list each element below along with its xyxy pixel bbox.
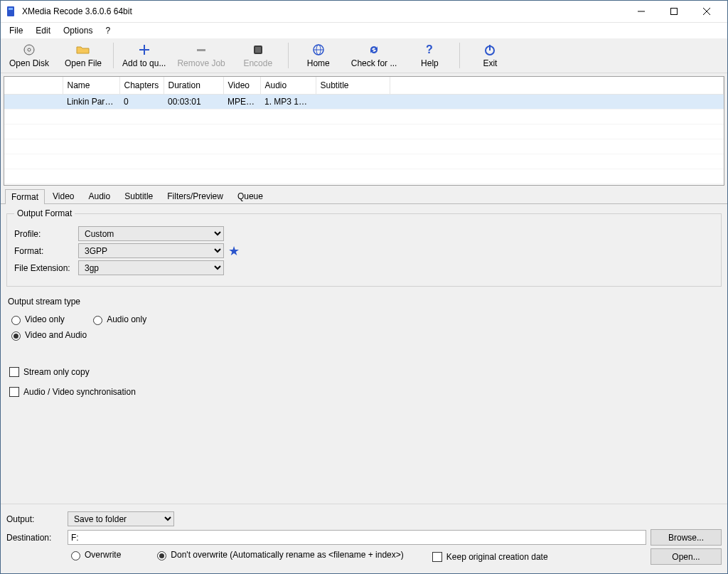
check-updates-button[interactable]: Check for ... bbox=[346, 38, 403, 73]
output-mode-select[interactable]: Save to folder bbox=[68, 511, 174, 526]
cell-chapters: 0 bbox=[119, 95, 164, 110]
output-bar: Output: Save to folder Destination: Brow… bbox=[1, 504, 727, 573]
film-icon bbox=[252, 43, 264, 57]
radio-video-and-audio[interactable]: Video and Audio bbox=[8, 329, 87, 341]
svg-rect-1 bbox=[9, 8, 13, 10]
encode-button: Encode bbox=[231, 38, 285, 73]
radio-dont-overwrite[interactable]: Don't overwrite (Automatically rename as… bbox=[154, 549, 403, 560]
disc-icon bbox=[23, 43, 36, 57]
minus-icon bbox=[195, 43, 208, 57]
exit-button[interactable]: Exit bbox=[463, 38, 517, 73]
toolbar-label: Remove Job bbox=[177, 58, 225, 68]
output-label: Output: bbox=[6, 514, 63, 524]
window-title: XMedia Recode 3.6.0.6 64bit bbox=[22, 6, 132, 16]
col-subtitle[interactable]: Subtitle bbox=[316, 77, 390, 95]
open-disk-button[interactable]: Open Disk bbox=[2, 38, 56, 73]
folder-open-icon bbox=[76, 43, 90, 57]
radio-overwrite[interactable]: Overwrite bbox=[68, 549, 121, 560]
remove-job-button: Remove Job bbox=[171, 38, 230, 73]
open-file-button[interactable]: Open File bbox=[56, 38, 110, 73]
cell-video: MPEG-... bbox=[223, 95, 260, 110]
browse-button[interactable]: Browse... bbox=[651, 529, 722, 546]
toolbar: Open Disk Open File Add to qu... Remove … bbox=[1, 38, 727, 73]
menu-file[interactable]: File bbox=[4, 24, 28, 37]
open-button[interactable]: Open... bbox=[651, 548, 722, 565]
file-extension-select[interactable]: 3gp bbox=[78, 260, 224, 275]
cell-duration: 00:03:01 bbox=[164, 95, 223, 110]
format-select[interactable]: 3GPP bbox=[78, 243, 224, 258]
svg-rect-8 bbox=[197, 49, 205, 51]
toolbar-label: Home bbox=[307, 58, 330, 68]
cell-name: Linkin Park -... bbox=[63, 95, 119, 110]
destination-input[interactable] bbox=[68, 530, 646, 545]
tab-queue[interactable]: Queue bbox=[231, 188, 269, 203]
settings-tabs: Format Video Audio Subtitle Filters/Prev… bbox=[1, 187, 727, 203]
svg-rect-10 bbox=[255, 47, 261, 53]
col-duration[interactable]: Duration bbox=[164, 77, 223, 95]
check-keep-date[interactable]: Keep original creation date bbox=[429, 550, 548, 564]
app-icon bbox=[5, 6, 16, 17]
format-panel: Output Format Profile: Custom Format: 3G… bbox=[1, 203, 727, 504]
profile-select[interactable]: Custom bbox=[78, 226, 224, 241]
check-stream-only-copy[interactable]: Stream only copy bbox=[6, 365, 722, 379]
output-stream-type-group: Output stream type Video only Audio only… bbox=[6, 294, 722, 348]
cell-subtitle bbox=[316, 95, 390, 110]
menu-options[interactable]: Options bbox=[58, 24, 98, 37]
minimize-button[interactable] bbox=[625, 1, 658, 22]
tab-subtitle[interactable]: Subtitle bbox=[118, 188, 159, 203]
file-list[interactable]: Name Chapters Duration Video Audio Subti… bbox=[4, 76, 724, 186]
col-blank[interactable] bbox=[4, 77, 63, 95]
col-name[interactable]: Name bbox=[63, 77, 119, 95]
toolbar-label: Help bbox=[421, 58, 439, 68]
output-format-legend: Output Format bbox=[14, 208, 75, 218]
output-format-group: Output Format Profile: Custom Format: 3G… bbox=[6, 208, 722, 287]
svg-text:?: ? bbox=[427, 43, 434, 55]
toolbar-label: Exit bbox=[483, 58, 497, 68]
col-chapters[interactable]: Chapters bbox=[119, 77, 164, 95]
add-to-queue-button[interactable]: Add to qu... bbox=[117, 38, 171, 73]
col-video[interactable]: Video bbox=[223, 77, 260, 95]
menu-help[interactable]: ? bbox=[100, 24, 116, 37]
home-button[interactable]: Home bbox=[291, 38, 346, 73]
file-extension-label: File Extension: bbox=[14, 263, 78, 273]
check-av-sync[interactable]: Audio / Video synchronisation bbox=[6, 385, 722, 399]
globe-icon bbox=[312, 43, 325, 57]
tab-video[interactable]: Video bbox=[46, 188, 80, 203]
power-icon bbox=[483, 43, 496, 57]
toolbar-label: Encode bbox=[243, 58, 272, 68]
tab-audio[interactable]: Audio bbox=[82, 188, 117, 203]
svg-point-7 bbox=[28, 48, 31, 51]
radio-video-only[interactable]: Video only bbox=[8, 314, 65, 325]
close-button[interactable] bbox=[690, 1, 723, 22]
question-icon: ? bbox=[423, 43, 436, 57]
toolbar-label: Open File bbox=[65, 58, 102, 68]
svg-rect-3 bbox=[671, 9, 678, 15]
profile-label: Profile: bbox=[14, 229, 78, 239]
cell-audio: 1. MP3 143 ... bbox=[260, 95, 316, 110]
toolbar-label: Open Disk bbox=[9, 58, 49, 68]
toolbar-label: Add to qu... bbox=[122, 58, 166, 68]
menu-edit[interactable]: Edit bbox=[30, 24, 56, 37]
file-list-header[interactable]: Name Chapters Duration Video Audio Subti… bbox=[4, 77, 724, 95]
toolbar-label: Check for ... bbox=[351, 58, 397, 68]
app-window: XMedia Recode 3.6.0.6 64bit File Edit Op… bbox=[0, 0, 728, 574]
title-bar: XMedia Recode 3.6.0.6 64bit bbox=[1, 1, 727, 23]
help-button[interactable]: ? Help bbox=[402, 38, 456, 73]
refresh-icon bbox=[368, 43, 380, 57]
tab-format[interactable]: Format bbox=[5, 189, 45, 204]
favorite-star-icon[interactable]: ★ bbox=[228, 245, 240, 257]
menu-bar: File Edit Options ? bbox=[1, 23, 727, 38]
plus-icon bbox=[138, 43, 151, 57]
destination-label: Destination: bbox=[6, 533, 63, 543]
radio-audio-only[interactable]: Audio only bbox=[90, 314, 146, 325]
format-label: Format: bbox=[14, 246, 78, 256]
maximize-button[interactable] bbox=[658, 1, 690, 22]
file-row[interactable]: Linkin Park -... 0 00:03:01 MPEG-... 1. … bbox=[4, 95, 724, 110]
tab-filters-preview[interactable]: Filters/Preview bbox=[161, 188, 230, 203]
stream-type-legend: Output stream type bbox=[8, 297, 720, 307]
col-audio[interactable]: Audio bbox=[260, 77, 316, 95]
